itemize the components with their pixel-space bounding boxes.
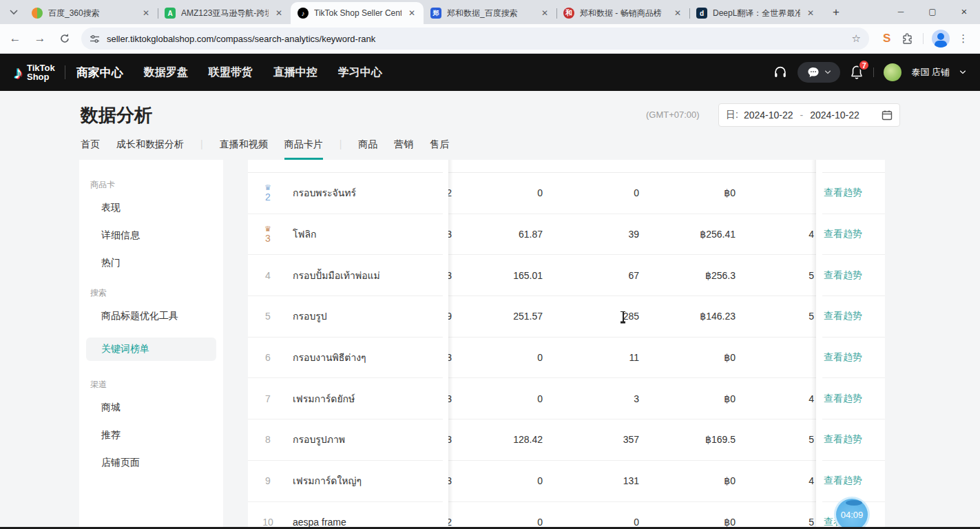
- chat-bubble-icon: [807, 67, 820, 78]
- sidebar-item-trending[interactable]: 热门: [101, 257, 223, 269]
- notification-badge: 7: [858, 59, 870, 71]
- url-text[interactable]: seller.tiktokglobalshop.com/compass/sear…: [107, 34, 852, 44]
- keyword-cell: กรอบงานพิธีต่างๆ: [293, 350, 366, 365]
- sidebar-item-recommend[interactable]: 推荐: [101, 429, 223, 442]
- table-row: ♛3 โฟลิก 3 61.87 39 ฿256.41 4 查看趋势: [248, 214, 885, 256]
- frozen-left-column-shadow: [448, 160, 453, 529]
- view-trend-link[interactable]: 查看趋势: [824, 351, 862, 364]
- forward-button[interactable]: →: [30, 29, 50, 48]
- deepl-favicon: d: [696, 8, 707, 19]
- tab-search-icon[interactable]: [4, 3, 23, 22]
- table-row: 4 กรอบปั้มมือเท้าพ่อแม่ 3 165.01 67 ฿256…: [248, 255, 885, 296]
- messages-button[interactable]: [797, 62, 840, 83]
- window-maximize-button[interactable]: ▢: [917, 0, 948, 23]
- address-bar[interactable]: seller.tiktokglobalshop.com/compass/sear…: [81, 28, 869, 50]
- tab-product-card[interactable]: 商品卡片: [284, 138, 323, 160]
- browser-tab-1[interactable]: A AMZ123亚马逊导航-跨境 ✕: [158, 2, 291, 24]
- browser-tab-strip: 百度_360搜索 ✕ A AMZ123亚马逊导航-跨境 ✕ ♪ TikTok S…: [0, 0, 980, 24]
- view-trend-link[interactable]: 查看趋势: [824, 433, 862, 446]
- sidebar-item-keyword-rank[interactable]: 关键词榜单: [86, 338, 216, 361]
- reload-button[interactable]: [55, 29, 74, 48]
- 360-favicon: [32, 8, 43, 19]
- browser-toolbar: ← → seller.tiktokglobalshop.com/compass/…: [0, 24, 980, 54]
- view-trend-link[interactable]: 查看趋势: [824, 393, 862, 405]
- new-tab-button[interactable]: +: [826, 3, 846, 22]
- text-cursor: [621, 311, 625, 322]
- browser-tab-0[interactable]: 百度_360搜索 ✕: [25, 2, 158, 24]
- tab-home[interactable]: 首页: [81, 138, 100, 158]
- tab-close-icon[interactable]: ✕: [406, 8, 418, 19]
- store-name[interactable]: 泰国 店铺: [911, 66, 950, 79]
- browser-profile-avatar[interactable]: [932, 30, 950, 48]
- nav-live-center[interactable]: 直播中控: [273, 65, 317, 80]
- back-button[interactable]: ←: [6, 29, 25, 48]
- sidebar: 商品卡 表现 详细信息 热门 搜索 商品标题优化工具 关键词榜单 渠道 商城 推…: [79, 160, 223, 529]
- view-trend-link[interactable]: 查看趋势: [824, 310, 862, 322]
- bookmark-star-icon[interactable]: ☆: [852, 32, 861, 45]
- recording-timer-bubble[interactable]: 04:09: [834, 497, 870, 529]
- browser-tab-5[interactable]: d DeepL翻译：全世界最准 ✕: [689, 2, 822, 24]
- crown-silver-icon: ♛: [264, 184, 271, 191]
- table-row: 7 เฟรมการ์ดยักษ์ 3 0 3 ฿0 4 查看趋势: [248, 378, 885, 419]
- date-end[interactable]: 2024-10-22: [810, 110, 859, 121]
- frozen-left-column-gap: [443, 160, 448, 529]
- notifications-button[interactable]: 7: [850, 65, 864, 80]
- tab-marketing[interactable]: 营销: [394, 138, 413, 158]
- sidebar-section-product-card: 商品卡: [90, 179, 223, 191]
- store-avatar[interactable]: [884, 63, 901, 81]
- tiktok-shop-logo[interactable]: ♪ TikTokShop: [14, 62, 55, 83]
- tiktok-favicon: ♪: [298, 8, 309, 19]
- tiktok-note-icon: ♪: [14, 62, 23, 83]
- keyword-cell: เฟรมการ์ดยักษ์: [293, 391, 355, 406]
- site-settings-icon[interactable]: [90, 34, 100, 44]
- tab-products[interactable]: 商品: [358, 138, 377, 158]
- date-range-picker[interactable]: 日: 2024-10-22 - 2024-10-22: [718, 103, 900, 127]
- nav-merchant-center[interactable]: 商家中心: [76, 65, 123, 81]
- browser-menu-icon[interactable]: ⋮: [958, 32, 968, 45]
- tab-live-video[interactable]: 直播和视频: [220, 138, 268, 158]
- calendar-icon[interactable]: [882, 110, 893, 121]
- view-trend-link[interactable]: 查看趋势: [824, 228, 862, 240]
- extensions-puzzle-icon[interactable]: [901, 33, 913, 45]
- sidebar-item-performance[interactable]: 表现: [101, 202, 223, 214]
- tab-close-icon[interactable]: ✕: [140, 8, 152, 19]
- frozen-right-column-shadow: [811, 160, 816, 529]
- app-header: ♪ TikTokShop 商家中心 数据罗盘 联盟带货 直播中控 学习中心 7: [0, 54, 980, 91]
- tab-close-icon[interactable]: ✕: [671, 8, 684, 19]
- window-minimize-button[interactable]: ─: [885, 0, 917, 23]
- view-trend-link[interactable]: 查看趋势: [824, 269, 862, 282]
- tab-close-icon[interactable]: ✕: [804, 8, 817, 19]
- store-chevron-down-icon[interactable]: [959, 70, 966, 74]
- browser-tab-3[interactable]: 郑 郑和数据_百度搜索 ✕: [424, 2, 556, 24]
- sidebar-section-search: 搜索: [90, 287, 223, 299]
- view-trend-link[interactable]: 查看趋势: [824, 187, 862, 199]
- table-row: ♛2 กรอบพระจันทร์ 2 0 0 ฿0 查看趋势: [248, 173, 885, 214]
- tab-close-icon[interactable]: ✕: [273, 8, 285, 19]
- analytics-tabs: 首页 成长和数据分析 | 直播和视频 商品卡片 | 商品 营销 售后: [81, 138, 449, 160]
- window-close-button[interactable]: ×: [948, 0, 980, 23]
- view-trend-link[interactable]: 查看趋势: [824, 475, 862, 487]
- nav-data-compass[interactable]: 数据罗盘: [144, 65, 188, 80]
- nav-affiliate[interactable]: 联盟带货: [209, 65, 253, 80]
- zhenghe-red-favicon: 和: [563, 8, 574, 19]
- sidebar-item-shop-page[interactable]: 店铺页面: [101, 457, 223, 469]
- table-row: 10 aespa frame 2 0 0 ฿0 5 查看趋势: [248, 502, 885, 529]
- browser-tab-4[interactable]: 和 郑和数据 - 畅销商品榜 ✕: [556, 2, 689, 24]
- keyword-rank-table: ♛2 กรอบพระจันทร์ 2 0 0 ฿0 查看趋势 ♛3 โฟลิก …: [248, 160, 885, 529]
- browser-tab-2-active[interactable]: ♪ TikTok Shop Seller Cente ✕: [291, 2, 424, 24]
- date-start[interactable]: 2024-10-22: [744, 110, 793, 121]
- keyword-cell: กรอบพระจันทร์: [293, 185, 356, 200]
- tab-growth-analytics[interactable]: 成长和数据分析: [116, 138, 184, 158]
- table-row: 5 กรอบรูป 9 251.57 285 ฿146.23 5 查看趋势: [248, 296, 885, 338]
- table-row: 6 กรอบงานพิธีต่างๆ 3 0 11 ฿0 查看趋势: [248, 338, 885, 379]
- sidebar-item-details[interactable]: 详细信息: [101, 229, 223, 242]
- date-granularity-label: 日:: [726, 109, 738, 121]
- sidebar-item-mall[interactable]: 商城: [101, 402, 223, 414]
- nav-learning-center[interactable]: 学习中心: [338, 65, 382, 80]
- sidebar-item-title-optimizer[interactable]: 商品标题优化工具: [101, 310, 223, 322]
- timezone-label: (GMT+07:00): [646, 110, 700, 120]
- s-extension-icon[interactable]: S: [883, 32, 890, 45]
- headset-support-icon[interactable]: [773, 65, 788, 80]
- tab-close-icon[interactable]: ✕: [539, 8, 551, 19]
- tab-after-sale[interactable]: 售后: [430, 138, 449, 158]
